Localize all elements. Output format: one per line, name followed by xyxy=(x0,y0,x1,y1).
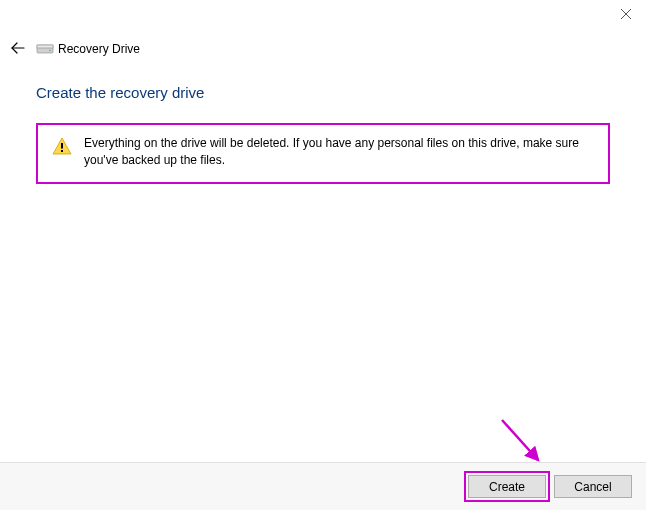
titlebar: Recovery Drive xyxy=(0,0,646,56)
svg-line-9 xyxy=(502,420,538,460)
content-area: Create the recovery drive Everything on … xyxy=(36,84,610,184)
warning-text: Everything on the drive will be deleted.… xyxy=(84,135,594,170)
footer-bar: Create Cancel xyxy=(0,462,646,510)
page-heading: Create the recovery drive xyxy=(36,84,610,101)
drive-icon xyxy=(36,42,54,56)
warning-triangle-icon xyxy=(52,136,72,156)
svg-point-5 xyxy=(49,50,51,52)
window-title: Recovery Drive xyxy=(58,42,140,56)
cancel-button[interactable]: Cancel xyxy=(554,475,632,498)
svg-rect-7 xyxy=(61,143,63,149)
back-arrow-icon xyxy=(10,40,26,56)
close-icon xyxy=(620,8,632,20)
back-button[interactable] xyxy=(10,40,30,60)
warning-box: Everything on the drive will be deleted.… xyxy=(36,123,610,184)
close-button[interactable] xyxy=(620,8,636,24)
svg-rect-4 xyxy=(37,45,53,48)
svg-rect-8 xyxy=(61,150,63,152)
create-button[interactable]: Create xyxy=(468,475,546,498)
